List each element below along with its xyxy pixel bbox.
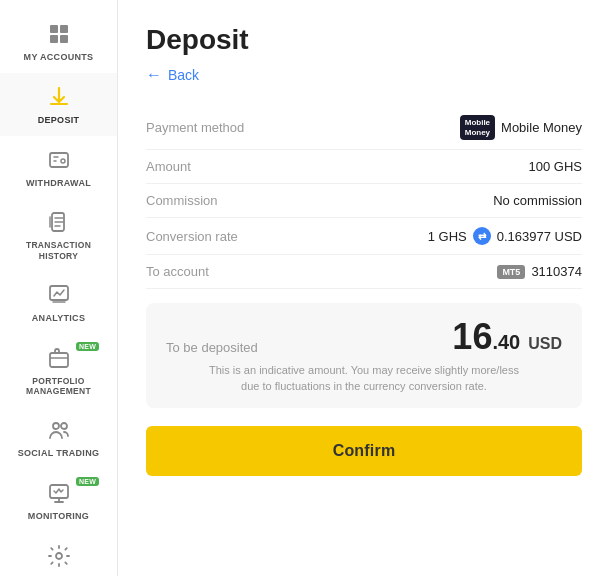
deposit-box-label: To be deposited [166, 340, 258, 355]
svg-point-12 [56, 553, 62, 559]
main-content: Deposit ← Back Payment method Mobile Mon… [118, 0, 610, 576]
conversion-icon: ⇄ [473, 227, 491, 245]
svg-rect-3 [60, 35, 68, 43]
deposit-currency: USD [528, 335, 562, 353]
my-accounts-icon [45, 20, 73, 48]
sidebar-item-analytics-label: ANALYTICS [32, 313, 85, 324]
commission-label: Commission [146, 193, 218, 208]
to-account-label: To account [146, 264, 209, 279]
conversion-to: 0.163977 USD [497, 229, 582, 244]
svg-rect-1 [60, 25, 68, 33]
monitoring-new-badge: NEW [76, 477, 99, 486]
to-account-value: MT5 3110374 [497, 264, 582, 279]
sidebar-item-withdrawal[interactable]: WITHDRAWAL [0, 136, 117, 199]
back-button[interactable]: ← Back [146, 66, 582, 84]
payment-method-label: Payment method [146, 120, 244, 135]
svg-rect-2 [50, 35, 58, 43]
payment-method-row: Payment method Mobile Money Mobile Money [146, 106, 582, 150]
amount-row: Amount 100 GHS [146, 150, 582, 184]
svg-rect-11 [50, 485, 68, 498]
account-number: 3110374 [531, 264, 582, 279]
commission-row: Commission No commission [146, 184, 582, 218]
social-trading-icon [45, 416, 73, 444]
sidebar-item-withdrawal-label: WITHDRAWAL [26, 178, 91, 189]
sidebar-item-monitoring-label: MONITORING [28, 511, 89, 522]
sidebar-item-my-accounts[interactable]: MY ACCOUNTS [0, 10, 117, 73]
portfolio-management-icon [45, 344, 73, 372]
svg-rect-8 [50, 353, 68, 367]
sidebar-item-transaction-history-label: TRANSACTION HISTORY [6, 240, 111, 260]
sidebar-item-analytics[interactable]: ANALYTICS [0, 271, 117, 334]
sidebar-item-social-trading[interactable]: SOCIAL TRADING [0, 406, 117, 469]
sidebar-item-monitoring[interactable]: NEW MONITORING [0, 469, 117, 532]
deposit-amount-whole: 16.40 [452, 319, 520, 355]
sidebar-item-transaction-history[interactable]: TRANSACTION HISTORY [0, 198, 117, 270]
svg-point-10 [61, 423, 67, 429]
deposit-amount-display: 16.40 USD [452, 319, 562, 355]
sidebar-item-settings[interactable]: SETTINGS [0, 532, 117, 576]
sidebar-item-portfolio-management[interactable]: NEW PORTFOLIO MANAGEMENT [0, 334, 117, 406]
svg-rect-0 [50, 25, 58, 33]
page-title: Deposit [146, 24, 582, 56]
svg-point-5 [61, 159, 65, 163]
sidebar-item-social-trading-label: SOCIAL TRADING [18, 448, 100, 459]
mt5-badge: MT5 [497, 265, 525, 279]
conversion-rate-label: Conversion rate [146, 229, 238, 244]
payment-method-value: Mobile Money Mobile Money [460, 115, 582, 140]
settings-icon [45, 542, 73, 570]
sidebar-item-my-accounts-label: MY ACCOUNTS [24, 52, 94, 63]
back-arrow-icon: ← [146, 66, 162, 84]
deposit-box-row: To be deposited 16.40 USD [166, 319, 562, 355]
deposit-icon [45, 83, 73, 111]
amount-label: Amount [146, 159, 191, 174]
conversion-rate-value: 1 GHS ⇄ 0.163977 USD [428, 227, 582, 245]
confirm-button[interactable]: Confirm [146, 426, 582, 476]
sidebar: MY ACCOUNTS DEPOSIT WITHDRAWAL [0, 0, 118, 576]
commission-value: No commission [493, 193, 582, 208]
sidebar-item-portfolio-management-label: PORTFOLIO MANAGEMENT [6, 376, 111, 396]
sidebar-item-deposit-label: DEPOSIT [38, 115, 80, 126]
withdrawal-icon [45, 146, 73, 174]
mobile-money-badge: Mobile Money [460, 115, 495, 140]
deposit-summary-box: To be deposited 16.40 USD This is an ind… [146, 303, 582, 408]
svg-point-9 [53, 423, 59, 429]
conversion-from: 1 GHS [428, 229, 467, 244]
sidebar-item-deposit[interactable]: DEPOSIT [0, 73, 117, 136]
back-label: Back [168, 67, 199, 83]
conversion-rate-row: Conversion rate 1 GHS ⇄ 0.163977 USD [146, 218, 582, 255]
payment-method-text: Mobile Money [501, 120, 582, 135]
deposit-note: This is an indicative amount. You may re… [166, 363, 562, 394]
portfolio-new-badge: NEW [76, 342, 99, 351]
analytics-icon [45, 281, 73, 309]
monitoring-icon [45, 479, 73, 507]
amount-value: 100 GHS [529, 159, 582, 174]
to-account-row: To account MT5 3110374 [146, 255, 582, 289]
transaction-history-icon [45, 208, 73, 236]
